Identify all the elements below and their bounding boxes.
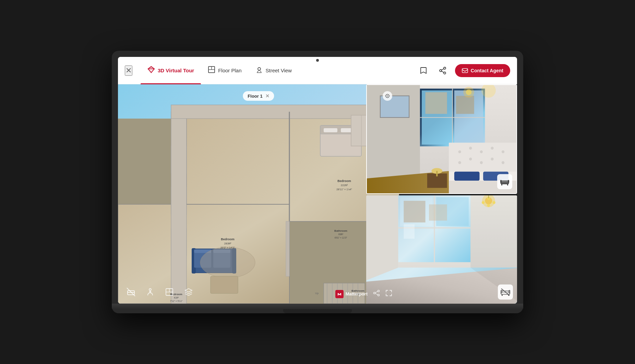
svg-rect-116: [501, 181, 509, 182]
contact-agent-button[interactable]: Contact Agent: [455, 64, 510, 77]
svg-point-70: [149, 289, 151, 291]
floor-plan-icon: [208, 66, 215, 75]
photo-bg-2: [366, 195, 517, 304]
floor-plan-svg: Bedroom 222ft² 28'11" × 1'x4" Bedroom 28…: [118, 84, 399, 304]
svg-rect-91: [456, 96, 474, 114]
camera-notch: [316, 59, 319, 62]
svg-rect-131: [429, 204, 447, 220]
svg-point-78: [374, 292, 375, 294]
floor-chip-close-button[interactable]: ✕: [265, 93, 269, 99]
matterport-fullscreen-button[interactable]: [385, 290, 392, 298]
svg-rect-11: [462, 69, 468, 73]
svg-point-99: [502, 150, 504, 153]
svg-point-79: [378, 294, 380, 296]
svg-rect-119: [500, 180, 502, 183]
svg-text:222ft²: 222ft²: [341, 184, 348, 187]
svg-text:283ft²: 283ft²: [224, 242, 231, 245]
svg-point-104: [502, 161, 504, 164]
svg-rect-105: [454, 172, 480, 181]
svg-point-100: [458, 161, 461, 164]
photo-2-no-furniture-icon[interactable]: [498, 284, 513, 300]
svg-point-112: [466, 89, 472, 95]
svg-rect-49: [286, 221, 289, 276]
svg-rect-110: [436, 171, 438, 177]
virtual-tour-label: 3D Virtual Tour: [158, 68, 194, 73]
svg-line-81: [375, 291, 378, 293]
virtual-tour-icon: [147, 66, 155, 75]
browser-content: ✕ 3D Virtual Tour: [118, 57, 517, 304]
svg-text:28'11" × 1'x4": 28'11" × 1'x4": [336, 188, 352, 191]
bottom-toolbar: [125, 286, 195, 298]
svg-marker-123: [366, 195, 398, 282]
person-mode-button[interactable]: [144, 286, 156, 298]
hide-furniture-button[interactable]: [125, 286, 137, 298]
layers-button[interactable]: [182, 286, 195, 298]
svg-point-6: [444, 67, 446, 69]
svg-text:Bathroom: Bathroom: [334, 229, 347, 232]
svg-rect-132: [404, 224, 415, 239]
floor-chip-label: Floor 1: [248, 94, 262, 99]
svg-rect-117: [501, 184, 502, 185]
photo-1-furniture-icon[interactable]: [497, 174, 512, 189]
svg-point-101: [469, 158, 472, 160]
nav-right: Contact Agent: [417, 64, 510, 77]
svg-text:Bedroom: Bedroom: [337, 179, 351, 183]
svg-text:6'01" × 11'3": 6'01" × 11'3": [335, 236, 347, 239]
svg-rect-22: [171, 112, 187, 304]
svg-text:Up: Up: [315, 292, 319, 295]
svg-rect-46: [211, 276, 238, 293]
svg-point-103: [491, 158, 493, 160]
svg-text:69ft²: 69ft²: [338, 233, 344, 235]
svg-rect-94: [449, 143, 516, 172]
svg-rect-120: [508, 180, 509, 183]
close-button[interactable]: ✕: [125, 65, 132, 76]
svg-point-102: [480, 161, 483, 164]
svg-point-7: [440, 70, 442, 72]
matterport-bar: Matterport: [335, 290, 392, 298]
contact-agent-label: Contact Agent: [471, 68, 503, 73]
photo-preview-2[interactable]: [366, 195, 517, 304]
main-viewer: Bedroom 222ft² 28'11" × 1'x4" Bedroom 28…: [118, 84, 517, 304]
laptop-screen: ✕ 3D Virtual Tour: [118, 57, 517, 304]
svg-point-96: [469, 147, 472, 149]
tab-floor-plan[interactable]: Floor Plan: [201, 57, 248, 84]
svg-rect-90: [426, 92, 447, 114]
floor-chip[interactable]: Floor 1 ✕: [243, 91, 274, 101]
svg-marker-1: [148, 66, 154, 69]
photo-preview-1[interactable]: [366, 84, 517, 194]
share-button[interactable]: [436, 64, 450, 77]
nav-tabs: 3D Virtual Tour Floor Plan: [141, 57, 417, 84]
matterport-share-button[interactable]: [373, 290, 380, 298]
svg-point-97: [480, 150, 483, 153]
right-panel: [366, 84, 517, 304]
svg-line-80: [375, 293, 378, 295]
tab-virtual-tour[interactable]: 3D Virtual Tour: [141, 57, 201, 84]
svg-point-5: [258, 68, 261, 70]
svg-text:7'11" × 5'11": 7'11" × 5'11": [170, 300, 183, 302]
svg-line-10: [441, 69, 444, 70]
photo-bg-1: [367, 85, 516, 193]
svg-rect-118: [507, 184, 508, 185]
svg-line-9: [441, 71, 444, 72]
svg-rect-36: [324, 128, 337, 132]
floorplan-2d-button[interactable]: [163, 286, 176, 298]
bookmark-button[interactable]: [417, 64, 430, 77]
svg-text:20'2" × 14'2": 20'2" × 14'2": [220, 246, 235, 249]
laptop-base: [112, 304, 523, 309]
laptop-stand: [283, 309, 352, 313]
svg-point-8: [444, 72, 446, 74]
tab-street-view[interactable]: Street View: [249, 57, 299, 84]
floor-plan-label: Floor Plan: [218, 68, 241, 73]
svg-point-45: [200, 247, 255, 278]
svg-rect-143: [502, 294, 503, 296]
street-view-label: Street View: [266, 68, 292, 73]
floor-plan-main[interactable]: Bedroom 222ft² 28'11" × 1'x4" Bedroom 28…: [118, 84, 399, 304]
svg-point-98: [491, 147, 493, 149]
matterport-icon: [335, 290, 344, 298]
svg-point-66: [387, 96, 388, 97]
settings-button[interactable]: [383, 91, 392, 101]
svg-rect-130: [404, 201, 425, 222]
svg-text:Bedroom: Bedroom: [221, 238, 235, 241]
svg-point-77: [378, 290, 380, 292]
laptop-container: ✕ 3D Virtual Tour: [112, 51, 523, 313]
